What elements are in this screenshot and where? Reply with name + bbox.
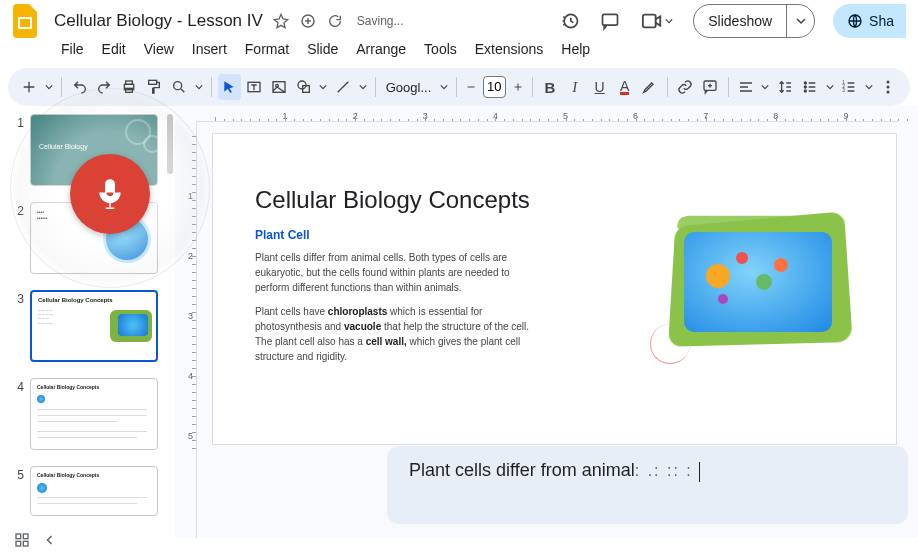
menu-extensions[interactable]: Extensions: [468, 38, 550, 60]
toolbar: Googl... 10 B I U A 123: [8, 68, 910, 106]
svg-point-24: [887, 81, 890, 84]
svg-point-26: [887, 91, 890, 94]
new-slide-dropdown[interactable]: [43, 83, 55, 91]
slide-paragraph-1[interactable]: Plant cells differ from animal cells. Bo…: [255, 250, 515, 295]
svg-rect-9: [126, 88, 133, 92]
svg-rect-30: [23, 541, 28, 546]
menu-slide[interactable]: Slide: [300, 38, 345, 60]
slide-thumbnail-4[interactable]: Cellular Biology Concepts: [30, 378, 158, 450]
underline-button[interactable]: U: [588, 74, 611, 100]
menu-view[interactable]: View: [137, 38, 181, 60]
share-label: Sha: [869, 13, 894, 29]
image-button[interactable]: [268, 74, 291, 100]
slide-thumbnail-3[interactable]: Cellular Biology Concepts — — — —— — — —…: [30, 290, 158, 362]
comment-icon[interactable]: [599, 11, 621, 31]
voice-mic-button[interactable]: [70, 154, 150, 234]
thumb-number: 5: [8, 466, 24, 482]
font-size-input[interactable]: 10: [483, 76, 506, 98]
menu-insert[interactable]: Insert: [185, 38, 234, 60]
menu-help[interactable]: Help: [554, 38, 597, 60]
add-comment-button[interactable]: [699, 74, 722, 100]
zoom-button[interactable]: [168, 74, 191, 100]
thumb-number: 3: [8, 290, 24, 306]
voice-caption-box: Plant cells differ from animal : .: :: :: [387, 446, 908, 524]
plant-cell-image[interactable]: [656, 204, 856, 364]
align-dropdown[interactable]: [759, 83, 771, 91]
more-tools-button[interactable]: [877, 74, 900, 100]
title-bar: Cellular Biology - Lesson IV Saving... S…: [0, 0, 918, 36]
menu-format[interactable]: Format: [238, 38, 296, 60]
font-size-increase[interactable]: [510, 74, 526, 100]
thumb-number: 1: [8, 114, 24, 130]
numbered-list-dropdown[interactable]: [863, 83, 875, 91]
font-size-decrease[interactable]: [463, 74, 479, 100]
document-title[interactable]: Cellular Biology - Lesson IV: [54, 11, 263, 31]
grid-view-icon[interactable]: [14, 532, 30, 548]
slide-subtitle-text[interactable]: Plant Cell: [255, 228, 310, 242]
svg-rect-8: [126, 81, 133, 84]
menu-arrange[interactable]: Arrange: [349, 38, 413, 60]
slideshow-button[interactable]: Slideshow: [694, 5, 786, 37]
meet-camera-icon[interactable]: [639, 12, 675, 30]
text-color-button[interactable]: A: [613, 74, 636, 100]
line-spacing-button[interactable]: [774, 74, 797, 100]
shape-dropdown[interactable]: [317, 83, 329, 91]
numbered-list-button[interactable]: 123: [838, 74, 861, 100]
menu-bar: File Edit View Insert Format Slide Arran…: [0, 36, 918, 62]
line-button[interactable]: [332, 74, 355, 100]
slide-thumbnail-5[interactable]: Cellular Biology Concepts: [30, 466, 158, 516]
svg-point-25: [887, 86, 890, 89]
menu-file[interactable]: File: [54, 38, 91, 60]
slideshow-button-group: Slideshow: [693, 4, 815, 38]
thumb-number: 2: [8, 202, 24, 218]
svg-text:3: 3: [843, 88, 846, 93]
svg-point-18: [804, 82, 806, 84]
align-button[interactable]: [734, 74, 757, 100]
caption-pending-dots: : .: :: :: [635, 462, 693, 480]
redo-button[interactable]: [93, 74, 116, 100]
italic-button[interactable]: I: [563, 74, 586, 100]
menu-edit[interactable]: Edit: [95, 38, 133, 60]
select-tool[interactable]: [218, 74, 241, 100]
undo-button[interactable]: [68, 74, 91, 100]
line-dropdown[interactable]: [357, 83, 369, 91]
history-icon[interactable]: [559, 11, 581, 31]
bullet-list-dropdown[interactable]: [823, 83, 835, 91]
font-family-dropdown[interactable]: [438, 83, 450, 91]
shape-button[interactable]: [292, 74, 315, 100]
horizontal-ruler[interactable]: 123456789: [197, 108, 898, 122]
current-slide[interactable]: Cellular Biology Concepts Plant Cell Pla…: [213, 134, 896, 444]
print-button[interactable]: [118, 74, 141, 100]
slide-paragraph-2[interactable]: Plant cells have chloroplasts which is e…: [255, 304, 535, 364]
move-icon[interactable]: [299, 12, 317, 30]
svg-rect-1: [20, 19, 30, 27]
link-button[interactable]: [674, 74, 697, 100]
slides-logo-icon[interactable]: [12, 3, 40, 39]
collapse-panel-icon[interactable]: [44, 534, 56, 546]
microphone-icon: [93, 177, 127, 211]
svg-point-19: [804, 86, 806, 88]
bottom-bar: [0, 522, 200, 558]
font-family-select[interactable]: Googl...: [382, 80, 436, 95]
thumbnail-scrollbar[interactable]: [167, 114, 173, 174]
slide-title-text[interactable]: Cellular Biology Concepts: [255, 186, 530, 214]
svg-rect-5: [643, 15, 656, 28]
textbox-button[interactable]: [243, 74, 266, 100]
refresh-icon[interactable]: [327, 13, 343, 29]
share-button[interactable]: Sha: [833, 4, 906, 38]
svg-rect-27: [16, 534, 21, 539]
slide-canvas-area: 123456789 12345 Cellular Biology Concept…: [175, 106, 918, 538]
slideshow-dropdown[interactable]: [786, 5, 814, 37]
paint-format-button[interactable]: [143, 74, 166, 100]
svg-rect-29: [16, 541, 21, 546]
svg-point-11: [174, 82, 182, 90]
zoom-dropdown[interactable]: [193, 83, 205, 91]
new-slide-button[interactable]: [18, 74, 41, 100]
menu-tools[interactable]: Tools: [417, 38, 464, 60]
star-icon[interactable]: [273, 13, 289, 29]
highlight-button[interactable]: [638, 74, 661, 100]
vertical-ruler[interactable]: 12345: [183, 122, 197, 538]
svg-rect-28: [23, 534, 28, 539]
bullet-list-button[interactable]: [799, 74, 822, 100]
bold-button[interactable]: B: [538, 74, 561, 100]
